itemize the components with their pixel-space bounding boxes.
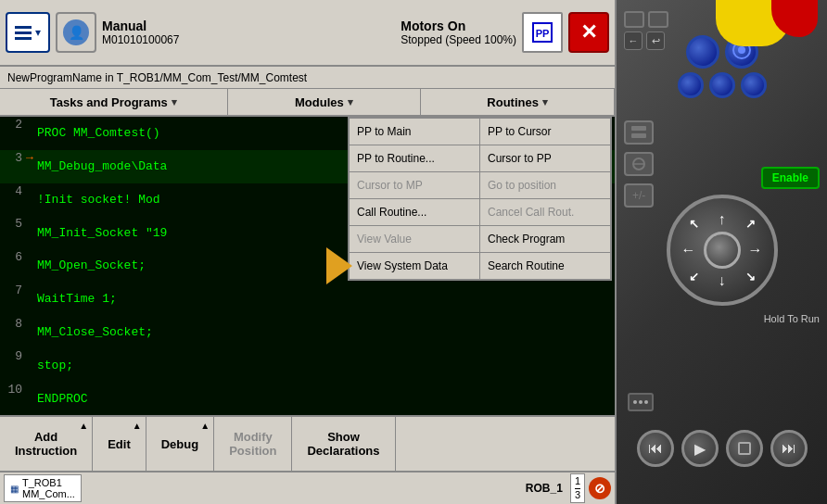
dropdown-item[interactable]: Cursor to PP: [480, 145, 610, 171]
dropdown-item[interactable]: Call Routine...: [350, 199, 480, 225]
ctrl-joystick[interactable]: ↖ ↗ ↙ ↘ ↑ ↓ ← →: [667, 195, 778, 306]
line-arrow: [22, 183, 37, 217]
ctrl-joystick-area: ↖ ↗ ↙ ↘ ↑ ↓ ← →: [648, 185, 796, 315]
add-instruction-label-2: Instruction: [15, 444, 77, 458]
task-indicator[interactable]: ▦ T_ROB1MM_Com...: [4, 474, 82, 502]
dropdown-row: View System DataSearch Routine: [350, 253, 610, 279]
tasks-label: Tasks and Programs: [50, 95, 168, 109]
pp-icon: PP: [529, 19, 555, 45]
no-robot-icon: ⊘: [589, 477, 611, 499]
add-instruction-button[interactable]: ▲ Add Instruction: [0, 417, 93, 471]
controller-body: ← ↩: [617, 0, 827, 504]
ctrl-circle-5[interactable]: [741, 72, 767, 98]
task-text: T_ROB1MM_Com...: [22, 477, 75, 499]
dropdown-row: PP to Routine...Cursor to PP: [350, 145, 610, 172]
ctrl-dot-btn-1[interactable]: [628, 393, 654, 411]
modify-position-label-1: Modify: [234, 430, 273, 444]
dropdown-item[interactable]: PP to Main: [350, 119, 480, 145]
ctrl-rewind-button[interactable]: ⏮: [637, 430, 674, 467]
table-row: 8 MM_Close_Socket;: [0, 316, 615, 349]
dropdown-item[interactable]: PP to Routine...: [350, 145, 480, 171]
hamburger-icon: [15, 26, 32, 40]
svg-rect-3: [631, 133, 646, 138]
dropdown-item: Cursor to MP: [350, 172, 480, 198]
line-arrow: [22, 117, 37, 150]
enable-label: Enable: [772, 171, 808, 184]
line-number: 4: [0, 183, 22, 217]
controller-panel: ← ↩: [617, 0, 827, 504]
ctrl-arrow-ur-icon: ↗: [745, 217, 756, 231]
ctrl-playback-controls: ⏮ ▶ ⏭: [637, 430, 808, 467]
menu-button[interactable]: ▾: [6, 12, 50, 53]
ctrl-arrow-ul-icon: ↖: [689, 217, 699, 231]
show-decl-label-2: Declarations: [307, 444, 379, 458]
top-bar: ▾ 👤 Manual M01010100067 Motors On Stoppe…: [0, 0, 615, 67]
ctrl-side-btn-1[interactable]: [624, 120, 654, 145]
dropdown-item: Go to position: [480, 172, 610, 198]
ctrl-circle-3[interactable]: [678, 72, 704, 98]
show-declarations-button[interactable]: Show Declarations: [292, 417, 395, 471]
ctrl-stop-icon: [738, 442, 751, 455]
dropdown-item[interactable]: Check Program: [480, 226, 610, 252]
dropdown-item: Cancel Call Rout.: [480, 199, 610, 225]
edit-button[interactable]: ▲ Edit: [93, 417, 146, 471]
code-line[interactable]: stop;: [37, 348, 615, 382]
ctrl-arrow-dr-icon: ↘: [745, 270, 756, 284]
ctrl-icon-btn-1[interactable]: ←: [624, 32, 643, 50]
pp-icon-button[interactable]: PP: [522, 12, 563, 53]
motors-label: Motors On: [401, 19, 465, 33]
line-number: 9: [0, 348, 22, 382]
modules-label: Modules: [295, 95, 344, 109]
ctrl-small-btn-2[interactable]: [648, 11, 668, 28]
line-number: 3: [0, 150, 22, 183]
status-block: Manual M01010100067: [102, 19, 395, 46]
svg-text:+/-: +/-: [632, 189, 645, 202]
dropdown-item[interactable]: Search Routine: [480, 253, 610, 279]
table-row: 7 WaitTime 1;: [0, 283, 615, 316]
edit-up-arrow: ▲: [133, 421, 142, 431]
dropdown-item[interactable]: View System Data: [350, 253, 480, 279]
task-icon: ▦: [10, 484, 19, 494]
ctrl-arrow-left-icon: ←: [681, 242, 696, 258]
ctrl-arrow-right-icon: →: [748, 242, 763, 258]
line-number: 6: [0, 249, 22, 283]
ctrl-stop-button[interactable]: [726, 430, 763, 467]
operator-icon: 👤: [63, 19, 89, 45]
code-line[interactable]: MM_Close_Socket;: [37, 316, 615, 349]
line-number: 8: [0, 316, 22, 349]
code-line[interactable]: ENDPROC: [37, 382, 615, 415]
tasks-arrow-icon: ▾: [172, 96, 177, 108]
left-panel: ▾ 👤 Manual M01010100067 Motors On Stoppe…: [0, 0, 617, 504]
show-decl-label-1: Show: [327, 430, 360, 444]
routines-label: Routines: [487, 95, 539, 109]
dropdown-row: PP to MainPP to Cursor: [350, 119, 610, 145]
chevron-down-icon: ▾: [35, 26, 41, 39]
line-arrow: →: [22, 150, 37, 183]
modules-button[interactable]: Modules ▾: [228, 89, 422, 115]
ctrl-small-btn-1[interactable]: [624, 11, 644, 28]
routines-arrow-icon: ▾: [542, 96, 548, 108]
ctrl-side-btn-2[interactable]: [624, 152, 654, 176]
routines-button[interactable]: Routines ▾: [421, 89, 615, 115]
close-button[interactable]: ✕: [568, 12, 609, 53]
debug-button[interactable]: ▲ Debug: [146, 417, 214, 471]
ctrl-circle-4[interactable]: [709, 72, 735, 98]
dropdown-item[interactable]: PP to Cursor: [480, 119, 610, 145]
line-number: 7: [0, 283, 22, 316]
modify-position-button[interactable]: Modify Position: [214, 417, 292, 471]
code-line[interactable]: WaitTime 1;: [37, 283, 615, 316]
svg-text:PP: PP: [536, 28, 550, 39]
close-icon: ✕: [580, 20, 597, 44]
ctrl-circle-1[interactable]: [686, 35, 719, 69]
ctrl-fastforward-button[interactable]: ⏭: [770, 430, 808, 467]
line-number: 10: [0, 382, 22, 415]
svg-rect-2: [631, 126, 646, 131]
path-text: NewProgramName in T_ROB1/MM_Com_Test/MM_…: [7, 71, 307, 84]
dropdown-item: View Value: [350, 226, 480, 252]
edit-label: Edit: [108, 437, 131, 451]
operator-button[interactable]: 👤: [56, 12, 96, 53]
debug-label: Debug: [161, 437, 198, 451]
tasks-programs-button[interactable]: Tasks and Programs ▾: [0, 89, 228, 115]
ctrl-play-button[interactable]: ▶: [681, 430, 719, 467]
ctrl-joystick-center: [704, 232, 741, 269]
